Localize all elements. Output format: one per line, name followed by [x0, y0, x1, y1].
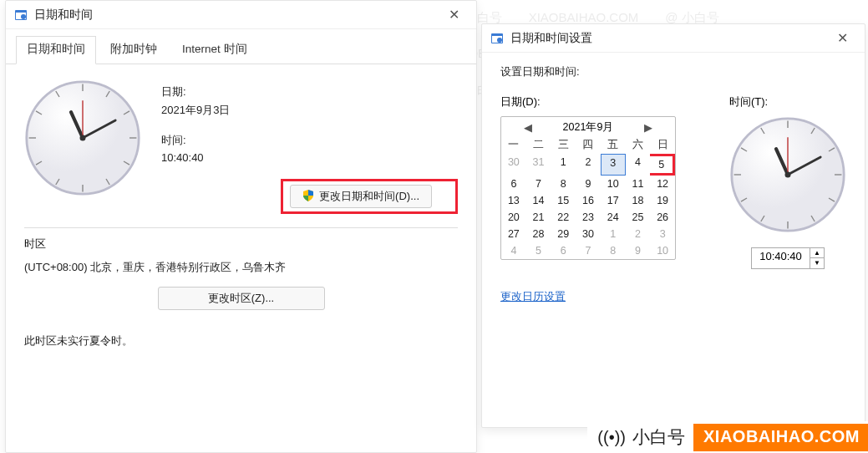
uac-shield-icon	[302, 190, 314, 204]
calendar-day[interactable]: 3	[650, 226, 675, 242]
dialog-content: 日期: 2021年9月3日 时间: 10:40:40 更改日期和时间(D)...	[6, 64, 476, 355]
calendar-day[interactable]: 29	[551, 226, 576, 242]
spin-up-button[interactable]: ▲	[810, 248, 824, 258]
titlebar[interactable]: 日期和时间 ✕	[6, 1, 476, 29]
next-month-button[interactable]: ▶	[642, 121, 655, 134]
prev-month-button[interactable]: ◀	[521, 121, 535, 134]
calendar-day[interactable]: 27	[501, 226, 526, 242]
timezone-section-title: 时区	[24, 237, 458, 252]
change-datetime-button[interactable]: 更改日期和时间(D)...	[290, 185, 432, 208]
calendar-day[interactable]: 26	[650, 209, 675, 226]
divider	[24, 227, 458, 228]
brand-url: XIAOBAIHAO.COM	[693, 424, 868, 451]
set-date-time-label: 设置日期和时间:	[500, 64, 846, 79]
time-input[interactable]: 10:40:40	[751, 247, 810, 269]
calendar-day[interactable]: 22	[551, 209, 576, 226]
dialog-title: 日期和时间设置	[510, 31, 821, 46]
close-button[interactable]: ✕	[828, 28, 856, 49]
calendar-day[interactable]: 30	[501, 154, 526, 176]
calendar-day[interactable]: 9	[576, 176, 601, 192]
calendar-title[interactable]: 2021年9月	[541, 120, 636, 135]
dow-header: 六	[626, 136, 651, 154]
tab-strip: 日期和时间 附加时钟 Internet 时间	[6, 29, 476, 64]
calendar: ◀ 2021年9月 ▶ 一 二 三 四 五 六 日 30	[500, 116, 676, 260]
tab-internet-time[interactable]: Internet 时间	[171, 36, 258, 64]
calendar-day[interactable]: 12	[650, 176, 675, 192]
close-icon: ✕	[449, 7, 459, 23]
close-icon: ✕	[837, 30, 848, 46]
calendar-days: 30 31 1 2 3 4 5 6 7 8 9 10 11 12	[501, 154, 675, 259]
date-label: 日期(D):	[500, 94, 709, 109]
dialog-title: 日期和时间	[34, 8, 433, 23]
dst-note: 此时区未实行夏令时。	[24, 333, 458, 349]
svg-point-2	[21, 14, 26, 19]
timezone-value: (UTC+08:00) 北京，重庆，香港特别行政区，乌鲁木齐	[24, 260, 458, 275]
svg-point-19	[80, 135, 86, 141]
broadcast-icon: ((•))	[587, 428, 626, 447]
brand-name: 小白号	[626, 425, 693, 449]
calendar-day[interactable]: 19	[650, 192, 675, 209]
calendar-day-highlighted[interactable]: 5	[650, 154, 675, 176]
calendar-day[interactable]: 21	[526, 209, 551, 226]
titlebar[interactable]: 日期和时间设置 ✕	[482, 24, 865, 53]
close-button[interactable]: ✕	[439, 4, 468, 26]
change-timezone-button[interactable]: 更改时区(Z)...	[158, 287, 325, 310]
calendar-day[interactable]: 7	[526, 176, 551, 192]
calendar-day[interactable]: 4	[501, 242, 526, 259]
dow-header: 四	[576, 136, 601, 154]
calendar-day[interactable]: 5	[526, 242, 551, 259]
calendar-day[interactable]: 14	[526, 192, 551, 209]
calendar-day[interactable]: 4	[626, 154, 651, 176]
calendar-day[interactable]: 24	[601, 209, 626, 226]
calendar-day[interactable]: 2	[576, 154, 601, 176]
dow-header: 二	[526, 136, 551, 154]
calendar-day[interactable]: 23	[576, 209, 601, 226]
calendar-dow-row: 一 二 三 四 五 六 日	[501, 136, 675, 154]
calendar-day[interactable]: 28	[526, 226, 551, 242]
time-label: 时间(T):	[729, 94, 768, 109]
calendar-day[interactable]: 6	[501, 176, 526, 192]
calendar-day[interactable]: 1	[601, 226, 626, 242]
dialog-content: 设置日期和时间: 日期(D): ◀ 2021年9月 ▶ 一 二 三 四 五	[482, 53, 865, 311]
calendar-day[interactable]: 8	[601, 242, 626, 259]
brand-bar: ((•)) 小白号 XIAOBAIHAO.COM	[587, 421, 868, 453]
calendar-day[interactable]: 13	[501, 192, 526, 209]
calendar-day[interactable]: 20	[501, 209, 526, 226]
calendar-day[interactable]: 11	[626, 176, 651, 192]
tab-date-time[interactable]: 日期和时间	[16, 36, 96, 64]
dow-header: 日	[650, 136, 675, 154]
analog-clock	[729, 116, 846, 236]
tab-additional-clocks[interactable]: 附加时钟	[99, 36, 168, 64]
spin-down-button[interactable]: ▼	[810, 258, 824, 268]
calendar-day[interactable]: 1	[551, 154, 576, 176]
date-label: 日期:	[161, 84, 458, 99]
calendar-day[interactable]: 9	[626, 242, 651, 259]
calendar-day[interactable]: 25	[626, 209, 651, 226]
svg-point-39	[785, 172, 791, 178]
clock-calendar-icon	[490, 32, 504, 45]
change-datetime-highlight: 更改日期和时间(D)...	[281, 179, 458, 214]
calendar-day[interactable]: 8	[551, 176, 576, 192]
calendar-day[interactable]: 17	[601, 192, 626, 209]
calendar-day[interactable]: 6	[551, 242, 576, 259]
calendar-day[interactable]: 16	[576, 192, 601, 209]
analog-clock	[24, 79, 141, 213]
calendar-day[interactable]: 10	[601, 176, 626, 192]
calendar-day[interactable]: 10	[650, 242, 675, 259]
calendar-day[interactable]: 30	[576, 226, 601, 242]
calendar-day[interactable]: 31	[526, 154, 551, 176]
date-value: 2021年9月3日	[161, 103, 458, 118]
change-calendar-settings-link[interactable]: 更改日历设置	[500, 289, 566, 304]
dow-header: 五	[601, 136, 626, 154]
date-time-settings-dialog: 日期和时间设置 ✕ 设置日期和时间: 日期(D): ◀ 2021年9月 ▶ 一 …	[481, 23, 865, 428]
time-spinner: ▲ ▼	[810, 247, 825, 269]
calendar-day[interactable]: 18	[626, 192, 651, 209]
calendar-day[interactable]: 15	[551, 192, 576, 209]
clock-calendar-icon	[14, 8, 28, 22]
date-time-dialog: 日期和时间 ✕ 日期和时间 附加时钟 Internet 时间	[5, 0, 477, 453]
dow-header: 三	[551, 136, 576, 154]
calendar-day-selected[interactable]: 3	[601, 154, 626, 176]
svg-point-22	[497, 38, 502, 43]
calendar-day[interactable]: 2	[626, 226, 651, 242]
calendar-day[interactable]: 7	[576, 242, 601, 259]
